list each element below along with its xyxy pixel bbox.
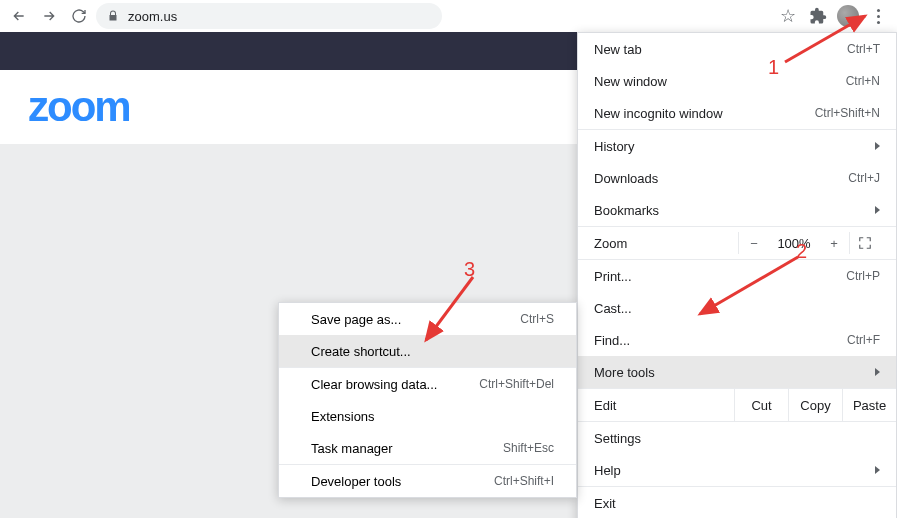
- menu-new-incognito[interactable]: New incognito window Ctrl+Shift+N: [578, 97, 896, 129]
- chrome-menu-button[interactable]: [865, 3, 891, 29]
- submenu-task-manager[interactable]: Task manager Shift+Esc: [279, 432, 576, 464]
- browser-toolbar: zoom.us ☆: [0, 0, 897, 32]
- url-text: zoom.us: [128, 9, 177, 24]
- menu-bookmarks[interactable]: Bookmarks: [578, 194, 896, 226]
- edit-paste-button[interactable]: Paste: [842, 388, 896, 422]
- submenu-dev-tools[interactable]: Developer tools Ctrl+Shift+I: [279, 465, 576, 497]
- zoom-logo: zoom: [28, 83, 130, 131]
- menu-exit[interactable]: Exit: [578, 487, 896, 518]
- zoom-out-button[interactable]: −: [739, 236, 769, 251]
- extensions-puzzle-icon[interactable]: [805, 3, 831, 29]
- menu-find[interactable]: Find... Ctrl+F: [578, 324, 896, 356]
- chevron-right-icon: [875, 142, 880, 150]
- menu-history[interactable]: History: [578, 130, 896, 162]
- bookmark-star-icon[interactable]: ☆: [775, 3, 801, 29]
- menu-new-tab[interactable]: New tab Ctrl+T: [578, 33, 896, 65]
- edit-cut-button[interactable]: Cut: [734, 388, 788, 422]
- menu-downloads[interactable]: Downloads Ctrl+J: [578, 162, 896, 194]
- menu-cast[interactable]: Cast...: [578, 292, 896, 324]
- profile-avatar[interactable]: [835, 3, 861, 29]
- fullscreen-icon[interactable]: [850, 236, 880, 250]
- zoom-value: 100%: [769, 236, 819, 251]
- chevron-right-icon: [875, 206, 880, 214]
- annotation-3: 3: [464, 258, 475, 281]
- address-bar[interactable]: zoom.us: [96, 3, 442, 29]
- submenu-create-shortcut[interactable]: Create shortcut...: [279, 335, 576, 367]
- submenu-save-page[interactable]: Save page as... Ctrl+S: [279, 303, 576, 335]
- menu-zoom-row: Zoom − 100% +: [578, 226, 896, 260]
- menu-help[interactable]: Help: [578, 454, 896, 486]
- forward-button[interactable]: [36, 3, 62, 29]
- menu-edit-row: Edit Cut Copy Paste: [578, 388, 896, 422]
- reload-button[interactable]: [66, 3, 92, 29]
- lock-icon: [106, 9, 120, 23]
- menu-more-tools[interactable]: More tools: [578, 356, 896, 388]
- annotation-1: 1: [768, 56, 779, 79]
- zoom-in-button[interactable]: +: [819, 236, 849, 251]
- submenu-clear-data[interactable]: Clear browsing data... Ctrl+Shift+Del: [279, 368, 576, 400]
- edit-copy-button[interactable]: Copy: [788, 388, 842, 422]
- chevron-right-icon: [875, 466, 880, 474]
- more-tools-submenu: Save page as... Ctrl+S Create shortcut..…: [278, 302, 577, 498]
- menu-print[interactable]: Print... Ctrl+P: [578, 260, 896, 292]
- back-button[interactable]: [6, 3, 32, 29]
- chevron-right-icon: [875, 368, 880, 376]
- menu-new-window[interactable]: New window Ctrl+N: [578, 65, 896, 97]
- annotation-2: 2: [796, 240, 807, 263]
- submenu-extensions[interactable]: Extensions: [279, 400, 576, 432]
- chrome-main-menu: New tab Ctrl+T New window Ctrl+N New inc…: [577, 32, 897, 518]
- menu-settings[interactable]: Settings: [578, 422, 896, 454]
